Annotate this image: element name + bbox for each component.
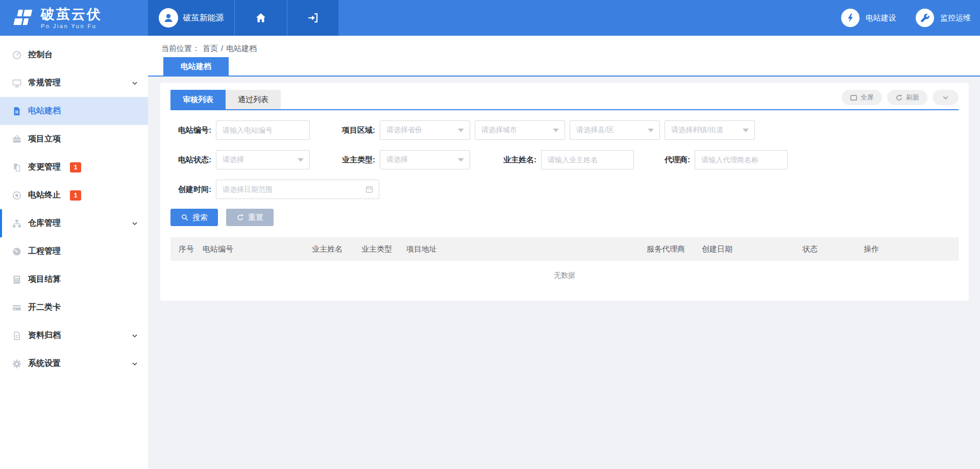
tab-review-list[interactable]: 审核列表 xyxy=(170,90,226,109)
agent-input[interactable] xyxy=(695,151,787,169)
nav-station-build[interactable]: 电站建设 xyxy=(841,9,896,27)
main-content: 当前位置： 首页 / 电站建档 电站建档 审核列表 通过列表 全屏 xyxy=(148,36,980,469)
city-select[interactable]: 请选择城市 xyxy=(475,120,565,140)
brand-subtitle: Po Jian Yun Fu xyxy=(41,23,102,29)
station-status-label: 电站状态: xyxy=(170,155,211,165)
avatar xyxy=(159,8,178,28)
breadcrumb-prefix: 当前位置： xyxy=(161,44,200,54)
logout-icon xyxy=(307,12,319,24)
refresh-label: 刷新 xyxy=(906,93,919,102)
sidebar: 控制台 常规管理 电站建档 项目立项 变更管理 1 xyxy=(0,36,148,469)
fullscreen-label: 全屏 xyxy=(861,93,874,102)
change-mgmt-badge: 1 xyxy=(70,162,81,172)
document-icon xyxy=(12,106,22,116)
sidebar-item-label: 电站终止 xyxy=(28,190,61,201)
town-select-placeholder: 请选择村镇/街道 xyxy=(671,126,723,135)
sidebar-item-data-archive[interactable]: 资料归档 xyxy=(0,322,148,350)
county-select[interactable]: 请选择县/区 xyxy=(570,120,660,140)
briefcase-icon xyxy=(12,134,22,144)
gauge-icon xyxy=(12,246,22,257)
search-button[interactable]: 搜索 xyxy=(170,209,218,226)
chevron-down-icon xyxy=(131,79,139,87)
sidebar-item-console[interactable]: 控制台 xyxy=(0,41,148,69)
breadcrumb: 当前位置： 首页 / 电站建档 xyxy=(161,44,257,54)
dashboard-icon xyxy=(12,50,22,60)
user-menu[interactable]: 破茧新能源 xyxy=(148,0,234,36)
company-name: 破茧新能源 xyxy=(183,13,224,23)
col-owner-type: 业主类型 xyxy=(353,244,398,254)
tab-passed-list[interactable]: 通过列表 xyxy=(226,90,281,109)
col-owner-name: 业主姓名 xyxy=(304,244,353,254)
calendar-icon xyxy=(365,185,374,194)
breadcrumb-current: 电站建档 xyxy=(226,44,257,54)
brand-logo: 破茧云伏 Po Jian Yun Fu xyxy=(0,0,148,36)
station-status-placeholder: 请选择 xyxy=(223,155,244,164)
sidebar-item-system-settings[interactable]: 系统设置 xyxy=(0,350,148,378)
sidebar-item-station-archive[interactable]: 电站建档 xyxy=(0,97,148,125)
sidebar-item-label: 开二类卡 xyxy=(28,302,61,313)
breadcrumb-home[interactable]: 首页 xyxy=(203,44,218,54)
nav-station-build-label: 电站建设 xyxy=(866,13,896,23)
caret-down-icon xyxy=(298,158,304,162)
home-button[interactable] xyxy=(234,0,287,36)
owner-type-select[interactable]: 请选择 xyxy=(380,150,470,169)
wrench-icon xyxy=(916,9,934,27)
agent-label: 代理商: xyxy=(659,155,690,165)
town-select[interactable]: 请选择村镇/街道 xyxy=(665,120,755,140)
brand-logo-icon xyxy=(10,8,34,28)
sidebar-item-general-mgmt[interactable]: 常规管理 xyxy=(0,69,148,97)
lightning-icon xyxy=(841,9,860,27)
sidebar-item-station-terminate[interactable]: 电站终止 1 xyxy=(0,181,148,209)
date-range-input[interactable] xyxy=(216,180,379,199)
chevron-down-icon xyxy=(131,360,139,368)
sidebar-item-project-settlement[interactable]: 项目结算 xyxy=(0,265,148,293)
province-select[interactable]: 请选择省份 xyxy=(380,120,470,140)
top-header: 破茧云伏 Po Jian Yun Fu 破茧新能源 xyxy=(0,0,980,36)
sidebar-item-label: 工程管理 xyxy=(28,246,61,257)
owner-type-placeholder: 请选择 xyxy=(386,155,408,164)
col-create-date: 创建日期 xyxy=(694,244,794,254)
col-address: 项目地址 xyxy=(398,244,639,254)
caret-down-icon xyxy=(458,158,464,162)
owner-name-input[interactable] xyxy=(542,151,633,169)
reset-button[interactable]: 重置 xyxy=(226,209,274,226)
region-label: 项目区域: xyxy=(334,126,375,135)
reset-button-label: 重置 xyxy=(248,213,263,223)
search-icon xyxy=(181,213,189,221)
sidebar-item-change-mgmt[interactable]: 变更管理 1 xyxy=(0,153,148,181)
header-nav: 电站建设 监控运维 xyxy=(338,0,980,36)
brand-name: 破茧云伏 xyxy=(41,7,102,21)
logout-button[interactable] xyxy=(287,0,338,36)
chevron-down-icon xyxy=(942,94,949,102)
filter-row-2: 电站状态: 请选择 业主类型: 请选择 业主姓名: 代理商: xyxy=(170,150,959,169)
reset-icon xyxy=(236,213,244,221)
gear-icon xyxy=(12,359,22,369)
archive-icon xyxy=(12,331,22,341)
sitemap-icon xyxy=(12,218,22,229)
sidebar-item-open-card[interactable]: 开二类卡 xyxy=(0,293,148,322)
sidebar-item-label: 电站建档 xyxy=(28,106,61,116)
collapse-button[interactable] xyxy=(933,90,959,105)
station-status-select[interactable]: 请选择 xyxy=(216,150,310,169)
user-icon xyxy=(162,12,175,24)
chevron-down-icon xyxy=(131,219,139,228)
fullscreen-button[interactable]: 全屏 xyxy=(842,90,882,105)
col-seq: 序号 xyxy=(170,244,194,254)
col-agent: 服务代理商 xyxy=(639,244,694,254)
search-button-label: 搜索 xyxy=(192,213,208,223)
page-tab-station-archive[interactable]: 电站建档 xyxy=(163,57,229,76)
content-card: 审核列表 通过列表 全屏 刷新 xyxy=(160,83,969,301)
table-header-row: 序号 电站编号 业主姓名 业主类型 项目地址 服务代理商 创建日期 状态 操作 xyxy=(170,237,959,261)
sidebar-item-project-initiation[interactable]: 项目立项 xyxy=(0,125,148,153)
create-time-label: 创建时间: xyxy=(170,185,211,194)
sidebar-item-warehouse-mgmt[interactable]: 仓库管理 xyxy=(0,209,148,237)
calculator-icon xyxy=(12,275,22,285)
nav-monitor-ops[interactable]: 监控运维 xyxy=(916,9,971,27)
refresh-button[interactable]: 刷新 xyxy=(887,90,927,105)
chevron-down-icon xyxy=(131,332,139,340)
station-no-label: 电站编号: xyxy=(170,126,211,135)
fullscreen-icon xyxy=(850,94,857,102)
target-icon xyxy=(12,190,22,201)
station-no-input[interactable] xyxy=(216,121,309,139)
sidebar-item-engineering-mgmt[interactable]: 工程管理 xyxy=(0,237,148,265)
